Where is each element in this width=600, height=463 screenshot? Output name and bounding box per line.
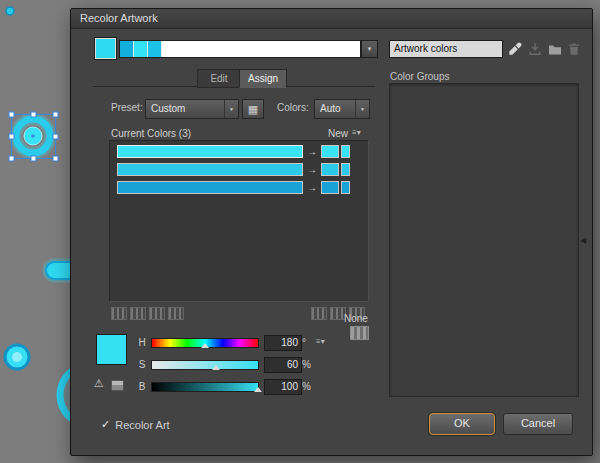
maps-to-arrow: → — [303, 163, 321, 176]
recolor-art-checkbox[interactable]: ✓ Recolor Art — [101, 418, 170, 431]
color-mode-menu-icon[interactable]: ≡▾ — [316, 337, 325, 346]
dialog-titlebar[interactable]: Recolor Artwork — [71, 9, 592, 29]
color-row[interactable]: → — [117, 163, 357, 176]
current-colors-header: Current Colors (3) — [111, 128, 191, 139]
selection-center-point — [32, 135, 35, 138]
hue-slider-handle[interactable] — [201, 343, 209, 348]
merge-colors-icon[interactable] — [111, 307, 127, 320]
cancel-button[interactable]: Cancel — [503, 413, 573, 435]
color-reduction-strip[interactable] — [119, 40, 361, 58]
recolor-artwork-dialog: Recolor Artwork ▼ Artwork colors — [70, 8, 593, 456]
chevron-down-icon: ▼ — [224, 100, 238, 118]
strip-swatch[interactable] — [134, 41, 148, 57]
none-label: None — [344, 313, 368, 324]
preset-value: Custom — [146, 100, 224, 118]
list-flyout-menu-icon[interactable]: ≡▾ — [352, 128, 361, 137]
artwork-small-circle-highlight — [12, 352, 22, 362]
new-color-tint-swatch[interactable] — [341, 181, 350, 194]
saturation-slider-handle[interactable] — [212, 365, 220, 370]
active-color-swatch[interactable] — [95, 38, 116, 59]
save-icon — [528, 42, 542, 56]
checkmark-icon: ✓ — [101, 418, 110, 431]
dialog-title: Recolor Artwork — [80, 12, 158, 24]
new-color-swatch[interactable] — [321, 163, 339, 176]
delete-color-group-button[interactable] — [566, 41, 581, 56]
current-color-bar[interactable] — [117, 181, 303, 194]
color-row[interactable]: → — [117, 145, 357, 158]
strip-swatch[interactable] — [148, 41, 162, 57]
hue-label: H — [137, 337, 147, 348]
color-groups-header: Color Groups — [390, 71, 449, 82]
recolor-art-label: Recolor Art — [115, 419, 169, 431]
none-color-grid-icon[interactable] — [350, 326, 369, 340]
chevron-down-icon: ▼ — [367, 46, 373, 52]
current-color-bar[interactable] — [117, 145, 303, 158]
saturation-unit: % — [302, 359, 311, 370]
menu-caret-icon: ▾ — [321, 337, 325, 346]
brightness-value-field[interactable]: 100 — [264, 379, 302, 395]
tab-edit[interactable]: Edit — [197, 69, 241, 88]
colors-dropdown[interactable]: Auto ▼ — [314, 99, 370, 119]
maps-to-arrow: → — [303, 145, 321, 158]
saturation-slider[interactable] — [151, 360, 259, 370]
maps-to-arrow: → — [303, 181, 321, 194]
strip-dropdown-button[interactable]: ▼ — [361, 40, 378, 58]
strip-swatch[interactable] — [120, 41, 134, 57]
brightness-slider[interactable] — [151, 382, 259, 392]
color-group-name-field[interactable]: Artwork colors — [389, 40, 503, 58]
brightness-unit: % — [302, 381, 311, 392]
new-color-group-button[interactable] — [547, 41, 562, 56]
new-color-tint-swatch[interactable] — [341, 163, 350, 176]
brightness-label: B — [137, 381, 147, 392]
panel-collapse-icon[interactable]: ◀ — [580, 236, 586, 245]
new-color-tint-swatch[interactable] — [341, 145, 350, 158]
artwork-dot[interactable] — [6, 7, 14, 15]
out-of-web-color-cube-icon[interactable] — [111, 380, 124, 391]
menu-caret-icon: ▾ — [357, 128, 361, 137]
new-color-swatch[interactable] — [321, 181, 339, 194]
hue-unit: ° — [302, 337, 306, 348]
eyedropper-button[interactable] — [507, 41, 522, 56]
preset-dropdown[interactable]: Custom ▼ — [145, 99, 239, 119]
saturation-value-field[interactable]: 60 — [264, 357, 302, 373]
new-row-icon[interactable] — [168, 307, 184, 320]
illustrator-workspace: Recolor Artwork ▼ Artwork colors — [0, 0, 600, 463]
trash-icon — [567, 42, 581, 56]
hue-value-field[interactable]: 180 — [264, 335, 302, 351]
chevron-down-icon: ▼ — [355, 100, 369, 118]
preset-label: Preset: — [111, 102, 143, 113]
color-reduction-options-button[interactable]: ▦ — [242, 99, 264, 119]
color-row[interactable]: → — [117, 181, 357, 194]
colors-value: Auto — [315, 100, 355, 118]
new-color-swatch[interactable] — [321, 145, 339, 158]
folder-icon — [548, 42, 562, 56]
hue-slider[interactable] — [151, 338, 259, 348]
save-color-group-button[interactable] — [527, 41, 542, 56]
ok-button[interactable]: OK — [429, 413, 495, 435]
out-of-gamut-warning-icon[interactable]: ⚠ — [94, 377, 104, 390]
hsb-preview-swatch[interactable] — [96, 334, 127, 365]
saturation-label: S — [137, 359, 147, 370]
tab-assign[interactable]: Assign — [239, 69, 287, 88]
colors-label: Colors: — [277, 102, 309, 113]
eyedropper-icon — [508, 42, 522, 56]
brightness-slider-handle[interactable] — [254, 387, 262, 392]
exclude-colors-icon[interactable] — [149, 307, 165, 320]
grid-icon: ▦ — [248, 103, 258, 116]
current-color-bar[interactable] — [117, 163, 303, 176]
color-groups-list[interactable] — [389, 83, 579, 397]
new-column-header: New — [328, 128, 348, 139]
random-order-icon[interactable] — [311, 307, 327, 320]
separate-colors-icon[interactable] — [130, 307, 146, 320]
